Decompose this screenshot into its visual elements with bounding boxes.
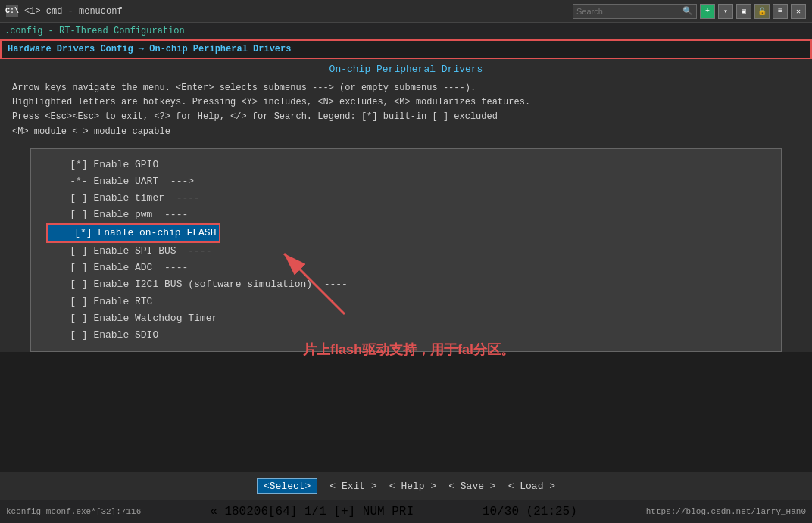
status-middle: « 180206[64] 1/1 [+] NUM PRI [210,505,414,518]
close-button[interactable]: ✕ [791,4,806,19]
titlebar-right: 🔍 + ▾ ▣ 🔒 ≡ ✕ [573,4,806,19]
search-input[interactable] [576,7,682,16]
exit-button[interactable]: < Exit > [329,481,376,492]
lock-icon: 🔒 [754,4,770,19]
menu-item: [ ] Enable timer ---- [46,190,766,207]
terminal-icon: C:\ [6,5,18,17]
menubar: .config - RT-Thread Configuration [0,23,812,39]
breadcrumb-text: Hardware Drivers Config → On-chip Periph… [8,44,291,54]
bottom-bar: <Select> < Exit > < Help > < Save > < Lo… [0,472,812,500]
help-text: Arrow keys navigate the menu. <Enter> se… [0,78,812,142]
status-left: kconfig-mconf.exe*[32]:7116 [6,507,141,516]
menu-item: [*] Enable GPIO [46,157,766,173]
menu-item: [ ] Enable SDIO [46,327,766,344]
load-button[interactable]: < Load > [508,481,555,492]
save-button[interactable]: < Save > [448,481,495,492]
menu-item: [ ] Enable Watchdog Timer [46,310,766,327]
help-button[interactable]: < Help > [389,481,436,492]
menu-item: [ ] Enable pwm ---- [46,207,766,223]
status-position: 10/30 (21:25) [483,505,577,518]
breadcrumb-bar: Hardware Drivers Config → On-chip Periph… [0,39,812,59]
status-right: https://blog.csdn.net/larry_Han0 [646,507,806,516]
search-box[interactable]: 🔍 [573,4,697,19]
menu-item: [ ] Enable RTC [46,294,766,310]
help-line-2: Highlighted letters are hotkeys. Pressin… [12,95,800,110]
settings-icon[interactable]: ≡ [773,4,788,19]
menu-item: -*- Enable UART ---> [46,173,766,190]
main-area: On-chip Peripheral Drivers Arrow keys na… [0,59,812,352]
help-line-1: Arrow keys navigate the menu. <Enter> se… [12,81,800,95]
menubar-title: .config - RT-Thread Configuration [5,26,185,36]
titlebar-left: C:\ <1> cmd - menuconf [6,5,123,17]
window-button[interactable]: ▣ [736,4,751,19]
dropdown-button[interactable]: ▾ [718,4,733,19]
menu-item: [ ] Enable SPI BUS ---- [46,243,766,260]
menu-box: [*] Enable GPIO -*- Enable UART ---> [ ]… [30,148,782,352]
titlebar-title: <1> cmd - menuconf [24,6,123,17]
menu-item[interactable]: [*] Enable on-chip FLASH [46,223,220,243]
menu-items-container: [*] Enable GPIO -*- Enable UART ---> [ ]… [46,157,766,344]
titlebar: C:\ <1> cmd - menuconf 🔍 + ▾ ▣ 🔒 ≡ ✕ [0,0,812,23]
section-title: On-chip Peripheral Drivers [0,59,812,78]
status-bar: kconfig-mconf.exe*[32]:7116 « 180206[64]… [0,500,812,523]
search-icon[interactable]: 🔍 [682,6,693,16]
add-button[interactable]: + [700,4,715,19]
menu-item: [ ] Enable I2C1 BUS (software simulation… [46,276,766,293]
help-line-4: <M> module < > module capable [12,125,800,139]
menu-item: [ ] Enable ADC ---- [46,260,766,276]
select-button[interactable]: <Select> [257,478,317,494]
help-line-3: Press <Esc><Esc> to exit, <?> for Help, … [12,110,800,124]
